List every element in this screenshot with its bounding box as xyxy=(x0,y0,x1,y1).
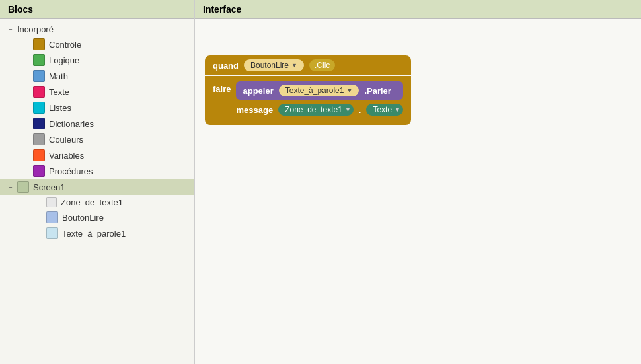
sidebar-item-label-couleurs: Couleurs xyxy=(49,135,83,145)
clic-label: .Clic xyxy=(309,59,335,71)
couleurs-icon xyxy=(33,133,45,145)
sidebar-item-texte-parole1[interactable]: Texte_à_parole1 xyxy=(0,225,194,241)
parler-label: .Parler xyxy=(364,86,391,96)
sidebar: Blocs − Incorporé Contrôle Logique xyxy=(0,0,195,364)
zone-texte-block[interactable]: Zone_de_texte1 ▼ xyxy=(278,104,354,116)
toggle-incorpore[interactable]: − xyxy=(5,24,16,34)
sidebar-item-label-listes: Listes xyxy=(49,103,71,113)
sidebar-item-label-texte-parole1: Texte_à_parole1 xyxy=(62,229,126,238)
sidebar-item-screen1[interactable]: − Screen1 xyxy=(0,179,194,195)
sidebar-item-variables[interactable]: Variables xyxy=(0,147,194,163)
logique-icon xyxy=(33,54,45,66)
sidebar-item-math[interactable]: Math xyxy=(0,68,194,84)
quand-label: quand xyxy=(213,61,239,71)
call-block[interactable]: appeler Texte_à_parole1 ▼ .Parler xyxy=(236,81,403,100)
sidebar-item-incorpore[interactable]: − Incorporé xyxy=(0,22,194,36)
controle-icon xyxy=(33,38,45,50)
sidebar-item-label-dictionaries: Dictionaries xyxy=(49,119,94,129)
sidebar-item-label-math: Math xyxy=(49,71,68,81)
sidebar-item-dictionaries[interactable]: Dictionaries xyxy=(0,116,194,131)
sidebar-item-label-procedures: Procédures xyxy=(49,166,93,176)
sidebar-item-texte[interactable]: Texte xyxy=(0,84,194,100)
math-icon xyxy=(33,70,45,82)
main-area: Interface quand BoutonLire ▼ .Clic xyxy=(195,0,641,364)
sidebar-content: − Incorporé Contrôle Logique Math xyxy=(0,19,194,364)
sidebar-item-label-variables: Variables xyxy=(49,151,84,161)
sidebar-item-logique[interactable]: Logique xyxy=(0,52,194,68)
sidebar-item-listes[interactable]: Listes xyxy=(0,100,194,116)
sidebar-item-label-zone-texte1: Zone_de_texte1 xyxy=(61,198,123,207)
boutonlire-dropdown[interactable]: BoutonLire ▼ xyxy=(244,59,304,71)
procedures-icon xyxy=(33,165,45,177)
sidebar-item-label-screen1: Screen1 xyxy=(33,182,65,192)
sidebar-item-label-logique: Logique xyxy=(49,55,79,65)
boutonlire-dropdown-arrow: ▼ xyxy=(291,62,297,69)
sidebar-item-couleurs[interactable]: Couleurs xyxy=(0,131,194,147)
boutonlire-dropdown-label: BoutonLire xyxy=(250,61,289,70)
texte-icon xyxy=(33,86,45,98)
faire-label: faire xyxy=(213,81,231,94)
texte-block[interactable]: Texte ▼ xyxy=(366,104,403,116)
screen1-icon xyxy=(17,181,29,193)
sidebar-item-label-incorpore: Incorporé xyxy=(17,24,54,34)
sidebar-item-controle[interactable]: Contrôle xyxy=(0,36,194,52)
variables-icon xyxy=(33,149,45,161)
block-wrapper: quand BoutonLire ▼ .Clic faire xyxy=(205,55,411,125)
texte-parole1-icon xyxy=(46,227,58,239)
message-label: message xyxy=(236,105,273,115)
dot-label: . xyxy=(359,105,361,115)
dictionaries-icon xyxy=(33,118,45,129)
sidebar-item-label-boutonlire: BoutonLire xyxy=(62,213,104,223)
texte-parole-dropdown[interactable]: Texte_à_parole1 ▼ xyxy=(279,85,359,96)
texte-parole-dropdown-label: Texte_à_parole1 xyxy=(285,86,344,95)
do-content: appeler Texte_à_parole1 ▼ .Parler messag… xyxy=(236,81,403,116)
zone-texte1-icon xyxy=(46,197,57,207)
sidebar-item-zone-texte1[interactable]: Zone_de_texte1 xyxy=(0,195,194,209)
main-content[interactable]: quand BoutonLire ▼ .Clic faire xyxy=(195,19,641,364)
texte-parole-dropdown-arrow: ▼ xyxy=(346,87,352,94)
boutonlire-icon xyxy=(46,211,58,223)
sidebar-item-procedures[interactable]: Procédures xyxy=(0,163,194,179)
texte-dropdown-label: Texte xyxy=(373,105,392,114)
appeler-label: appeler xyxy=(243,86,273,96)
message-line: message Zone_de_texte1 ▼ . Texte ▼ xyxy=(236,104,403,116)
texte-dropdown-arrow: ▼ xyxy=(395,106,400,113)
toggle-screen1[interactable]: − xyxy=(5,182,16,192)
zone-texte-dropdown-label: Zone_de_texte1 xyxy=(285,105,342,114)
sidebar-item-label-texte: Texte xyxy=(49,87,69,97)
listes-icon xyxy=(33,102,45,114)
sidebar-item-boutonlire[interactable]: BoutonLire xyxy=(0,209,194,225)
sidebar-header: Blocs xyxy=(0,0,194,19)
zone-texte-dropdown-arrow: ▼ xyxy=(345,106,351,113)
event-block[interactable]: quand BoutonLire ▼ .Clic faire xyxy=(205,55,411,125)
main-header: Interface xyxy=(195,0,641,19)
sidebar-item-label-controle: Contrôle xyxy=(49,40,81,50)
